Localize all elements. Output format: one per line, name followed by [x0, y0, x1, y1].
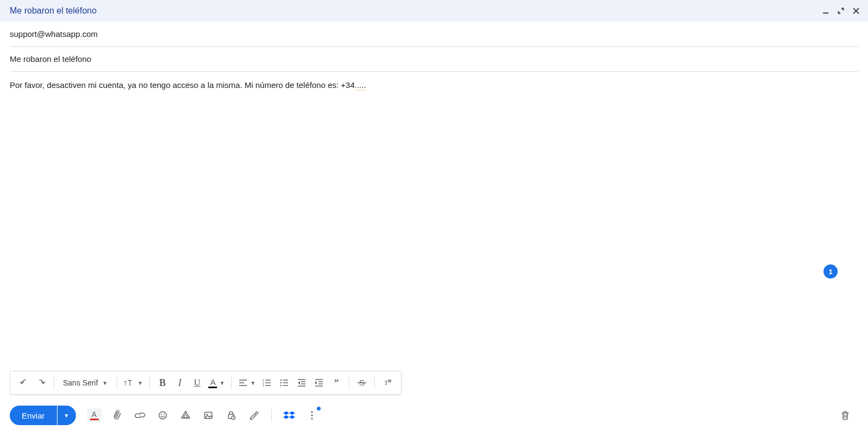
formatting-toolbar: Sans Serif ▼ TT ▼ B I U A ▼ ▼ 123 [10, 371, 401, 395]
toolbar-separator [271, 409, 272, 422]
body-text-main: Por favor, desactiven mi cuenta, ya no t… [10, 80, 355, 90]
compose-header: Me robaron el teléfono [0, 0, 868, 22]
bold-icon[interactable]: B [154, 375, 170, 390]
close-icon[interactable] [850, 4, 863, 17]
attach-file-icon[interactable] [110, 408, 125, 423]
svg-text:3: 3 [263, 384, 264, 387]
to-value: support@whatsapp.com [10, 29, 98, 39]
toolbar-separator [349, 376, 349, 389]
svg-point-42 [311, 411, 312, 413]
numbered-list-icon[interactable]: 123 [259, 375, 275, 390]
signature-icon[interactable] [246, 408, 261, 423]
drive-icon[interactable] [178, 408, 193, 423]
svg-text:T: T [124, 381, 127, 387]
svg-point-35 [163, 414, 164, 415]
font-family-selector[interactable]: Sans Serif ▼ [59, 378, 112, 387]
emoji-icon[interactable] [155, 408, 170, 423]
confidential-mode-icon[interactable] [224, 408, 239, 423]
toolbar-separator [117, 376, 117, 389]
chevron-down-icon: ▼ [64, 413, 69, 419]
notification-dot-icon [317, 407, 321, 410]
more-options-icon[interactable] [304, 408, 320, 423]
compose-bottom-bar: Enviar ▼ A [0, 402, 868, 436]
font-family-label: Sans Serif [63, 378, 98, 387]
svg-point-34 [161, 414, 162, 415]
undo-icon[interactable] [16, 375, 32, 390]
chevron-down-icon: ▼ [219, 380, 225, 386]
indent-more-icon[interactable] [311, 375, 327, 390]
send-button[interactable]: Enviar [10, 406, 57, 425]
svg-point-44 [311, 418, 312, 419]
underline-icon[interactable]: U [189, 375, 205, 390]
body-text-redacted: ..... [355, 80, 366, 91]
chevron-down-icon: ▼ [138, 380, 143, 386]
body-text: Por favor, desactiven mi cuenta, ya no t… [10, 79, 858, 91]
align-icon[interactable]: ▼ [236, 375, 258, 390]
chat-badge-count: 1 [828, 268, 832, 276]
svg-text:T: T [127, 379, 132, 387]
discard-draft-icon[interactable] [838, 408, 853, 423]
redo-icon[interactable] [33, 375, 49, 390]
send-button-group: Enviar ▼ [10, 406, 76, 425]
dropbox-icon[interactable] [282, 408, 297, 423]
quote-icon[interactable]: ” [328, 375, 344, 390]
window-controls [819, 4, 863, 17]
restore-icon[interactable] [834, 4, 847, 17]
chevron-down-icon: ▼ [250, 380, 256, 386]
svg-point-15 [280, 382, 282, 384]
strikethrough-icon[interactable]: S [354, 375, 370, 390]
svg-point-43 [311, 414, 312, 416]
svg-point-33 [159, 412, 166, 419]
subject-field[interactable]: Me robaron el teléfono [10, 47, 858, 72]
toolbar-separator [374, 376, 375, 389]
svg-point-16 [280, 385, 282, 387]
text-style-icon[interactable]: A [87, 408, 102, 423]
toolbar-separator [149, 376, 150, 389]
insert-image-icon[interactable] [201, 408, 216, 423]
insert-link-icon[interactable] [132, 408, 148, 423]
font-size-selector[interactable]: TT ▼ [122, 375, 145, 390]
chat-badge[interactable]: 1 [824, 264, 838, 279]
subject-value: Me robaron el teléfono [10, 54, 91, 64]
toolbar-separator [231, 376, 232, 389]
clear-formatting-icon[interactable]: T [379, 375, 395, 390]
compose-fields: support@whatsapp.com Me robaron el teléf… [0, 22, 868, 72]
compose-body[interactable]: Por favor, desactiven mi cuenta, ya no t… [0, 72, 868, 371]
text-color-icon[interactable]: A ▼ [206, 375, 227, 390]
compose-actions: A [87, 408, 320, 423]
svg-text:T: T [384, 378, 388, 387]
to-field[interactable]: support@whatsapp.com [10, 22, 858, 47]
indent-less-icon[interactable] [293, 375, 310, 390]
chevron-down-icon: ▼ [103, 380, 108, 386]
svg-point-14 [280, 380, 282, 381]
toolbar-separator [54, 376, 54, 389]
bulleted-list-icon[interactable] [276, 375, 292, 390]
send-options-button[interactable]: ▼ [58, 406, 76, 425]
minimize-icon[interactable] [819, 4, 832, 17]
italic-icon[interactable]: I [171, 375, 188, 390]
compose-title: Me robaron el teléfono [10, 6, 819, 16]
